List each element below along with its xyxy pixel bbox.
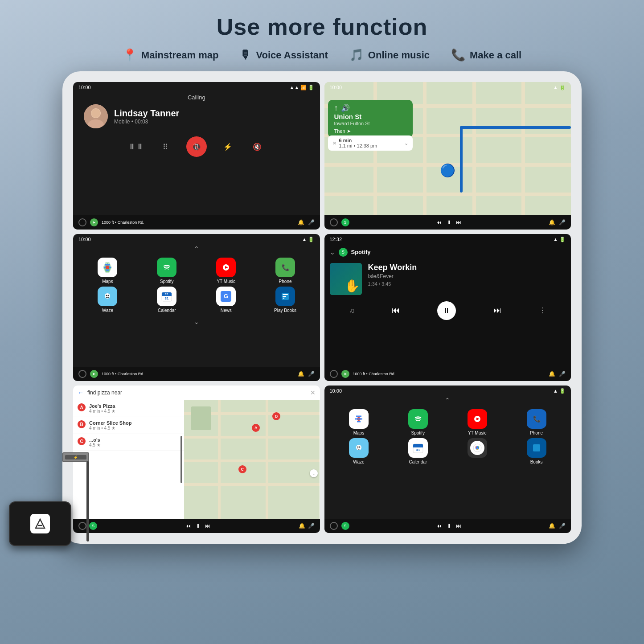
home-circle-icon[interactable]	[330, 218, 338, 226]
nav-icon[interactable]: ➤	[341, 370, 349, 378]
home-circle-icon[interactable]	[330, 370, 338, 378]
sp-next-icon[interactable]: ⏭	[493, 306, 501, 315]
ag2-pause-icon[interactable]: ⏸	[446, 523, 451, 529]
mic-icon-ag2[interactable]: 🎤	[559, 523, 566, 529]
bell-icon-ag2[interactable]: 🔔	[549, 523, 555, 529]
mic-icon[interactable]: 🎤	[308, 219, 315, 226]
ag2-maps-icon[interactable]	[349, 409, 369, 429]
ag2-ytmusic-icon[interactable]	[468, 409, 487, 429]
ag2-prev-icon[interactable]: ⏮	[436, 523, 442, 529]
call-controls[interactable]: ⏸⏸ ⠿ 📵 ⚡ 🔇	[73, 132, 320, 160]
nav-bottom-bar: S ⏮ ⏸ ⏭ 🔔 🎤	[324, 215, 571, 230]
nav-icon[interactable]: ➤	[90, 370, 98, 378]
mic-icon-sp[interactable]: 🎤	[559, 371, 566, 377]
chevron-down[interactable]: ⌄	[73, 317, 320, 326]
nav-icon[interactable]: ➤	[90, 218, 98, 226]
spotify-nav-icon[interactable]: S	[341, 218, 349, 226]
mute-button[interactable]: 🔇	[249, 138, 266, 155]
sp-prev-icon[interactable]: ⏮	[392, 306, 400, 315]
app-ytmusic[interactable]: YT Music	[198, 258, 254, 284]
ms-media-controls[interactable]: ⏮ ⏸ ⏭	[185, 523, 210, 529]
ag2-google-assist[interactable]	[449, 438, 505, 464]
scroll-bar[interactable]	[180, 436, 182, 483]
marker-a: A	[78, 403, 86, 411]
end-call-button[interactable]: 📵	[186, 136, 207, 157]
bell-icon-sp[interactable]: 🔔	[549, 371, 555, 377]
result-item-a[interactable]: A Joe's Pizza 4 min • 4.5 ★	[73, 400, 184, 417]
result-item-c[interactable]: C ...o's 4.5 ★	[73, 434, 184, 451]
sp-chevron-down[interactable]: ⌄	[330, 249, 335, 256]
ms-road4	[184, 483, 320, 486]
ag2-app-phone[interactable]: 📞 Phone	[508, 409, 565, 435]
ag2-chevron-up[interactable]: ⌃	[324, 396, 571, 405]
ag2-phone-icon[interactable]: 📞	[527, 409, 546, 429]
svg-rect-26	[283, 296, 286, 297]
bell-icon-ag[interactable]: 🔔	[298, 371, 304, 377]
app-maps[interactable]: Maps	[79, 258, 136, 284]
ag2-books-icon[interactable]	[527, 438, 546, 458]
waze-icon[interactable]	[98, 287, 117, 306]
app-playbooks[interactable]: Play Books	[257, 287, 314, 313]
ag2-app-waze[interactable]: Waze	[331, 438, 387, 464]
spotify-icon-ag2[interactable]: S	[341, 522, 349, 530]
app-spotify[interactable]: Spotify	[139, 258, 195, 284]
playbooks-icon[interactable]	[275, 287, 295, 306]
result-item-b[interactable]: B Corner Slice Shop 4 min • 4.5 ★	[73, 417, 184, 434]
ms-sbb-right: 🔔 🎤	[299, 523, 315, 529]
sp-more-icon[interactable]: ⋮	[539, 306, 546, 315]
keypad-button[interactable]: ⠿	[157, 138, 174, 155]
skip-prev-icon[interactable]: ⏮	[436, 219, 442, 226]
ag2-next-icon[interactable]: ⏭	[456, 523, 461, 529]
ag2-spotify-icon[interactable]	[408, 409, 428, 429]
ms-next-icon[interactable]: ⏭	[205, 523, 210, 529]
ag2-bottom-bar: S ⏮ ⏸ ⏭ 🔔 🎤	[324, 519, 571, 533]
screen-navigation: 🔵 10:00 ▲ 🔋 ↑ 🔊 Union St toward Fulton S…	[324, 82, 571, 230]
ag2-sbb-left: S	[330, 522, 349, 530]
home-circle-icon[interactable]	[78, 370, 86, 378]
home-circle-icon[interactable]	[330, 522, 338, 530]
ag2-app-calendar[interactable]: 31 Calendar	[390, 438, 446, 464]
ag2-media-controls[interactable]: ⏮ ⏸ ⏭	[436, 523, 461, 529]
back-arrow-icon[interactable]: ←	[78, 389, 84, 396]
close-icon[interactable]: ✕	[332, 140, 336, 146]
expand-icon[interactable]: ⌄	[404, 140, 408, 146]
mic-icon-ag[interactable]: 🎤	[308, 371, 315, 377]
chevron-up[interactable]: ⌃	[73, 244, 320, 253]
home-circle-icon[interactable]	[78, 218, 86, 226]
hold-button[interactable]: ⏸⏸	[127, 138, 144, 155]
news-icon[interactable]: G	[216, 287, 236, 306]
sp-queue-icon[interactable]: ♫	[349, 307, 354, 315]
ag2-calendar-icon[interactable]: 31	[408, 438, 428, 458]
ag2-app-maps[interactable]: Maps	[331, 409, 387, 435]
app-waze[interactable]: Waze	[79, 287, 136, 313]
spotify-icon[interactable]	[157, 258, 176, 277]
sp-pause-button[interactable]: ⏸	[437, 301, 456, 320]
app-news[interactable]: G News	[198, 287, 254, 313]
ag2-app-books[interactable]: Books	[508, 438, 565, 464]
bell-icon-nav[interactable]: 🔔	[549, 219, 555, 226]
skip-next-icon[interactable]: ⏭	[456, 219, 461, 226]
spotify-icon-bottom[interactable]: S	[89, 522, 97, 530]
ag2-assist-icon[interactable]	[468, 438, 487, 458]
nav-media-controls[interactable]: ⏮ ⏸ ⏭	[436, 219, 461, 226]
mic-icon-nav[interactable]: 🎤	[559, 219, 566, 226]
close-search-icon[interactable]: ✕	[310, 389, 316, 396]
ag2-waze-icon[interactable]	[349, 438, 369, 458]
ag2-app-spotify[interactable]: Spotify	[390, 409, 446, 435]
pause-icon[interactable]: ⏸	[446, 219, 451, 226]
calling-label: Calling	[73, 94, 320, 101]
maps-icon[interactable]	[98, 258, 117, 277]
app-phone[interactable]: 📞 Phone	[257, 258, 314, 284]
mic-icon-ms[interactable]: 🎤	[308, 523, 315, 529]
calendar-icon[interactable]: 31 31	[157, 287, 176, 306]
ms-pause-icon[interactable]: ⏸	[195, 523, 201, 529]
app-calendar[interactable]: 31 31 Calendar	[139, 287, 195, 313]
bell-icon[interactable]: 🔔	[298, 219, 304, 226]
bell-icon-ms[interactable]: 🔔	[299, 523, 305, 529]
phone-icon[interactable]: 📞	[275, 258, 295, 277]
bluetooth-button[interactable]: ⚡	[219, 138, 236, 155]
ms-prev-icon[interactable]: ⏮	[185, 523, 191, 529]
ag2-app-ytmusic[interactable]: YT Music	[449, 409, 505, 435]
ytmusic-icon[interactable]	[216, 258, 236, 277]
sp-controls[interactable]: ♫ ⏮ ⏸ ⏭ ⋮	[324, 298, 571, 324]
